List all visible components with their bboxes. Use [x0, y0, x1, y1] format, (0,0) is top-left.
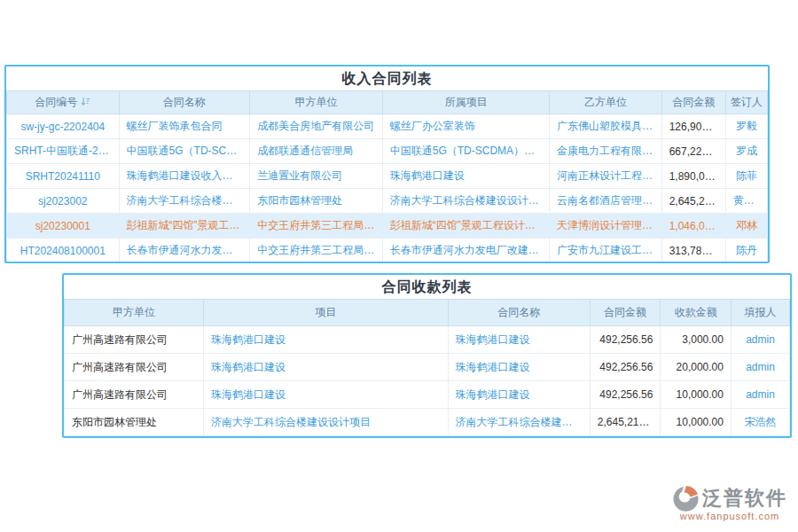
income-cell-col7[interactable]: 罗成	[725, 139, 767, 164]
income-cell-col5[interactable]: 河南正林设计工程有限...	[550, 164, 662, 189]
income-cell-col4[interactable]: 螺丝厂办公室装饰	[382, 114, 549, 139]
income-cell-col3[interactable]: 兰迪置业有限公司	[250, 164, 383, 189]
income-column-header-5: 乙方单位	[550, 91, 662, 114]
column-label: 甲方单位	[294, 96, 337, 108]
payment-cell-col3[interactable]: 珠海鹤港口建设	[448, 326, 590, 354]
income-cell-col1[interactable]: sj20230001	[7, 214, 120, 239]
income-contract-table: 合同编号合同名称甲方单位所属项目乙方单位合同金额签订人 sw-jy-gc-220…	[6, 90, 768, 263]
column-label: 合同名称	[497, 306, 540, 318]
income-cell-col3[interactable]: 中交王府井第三工程局有限...	[250, 239, 383, 263]
income-cell-col7[interactable]: 陈丹	[725, 239, 767, 263]
contract-payment-table: 甲方单位项目合同名称合同金额收款金额填报人 广州高速路有限公司珠海鹤港口建设珠海…	[64, 299, 790, 436]
payment-cell-col5: 10,000.00	[661, 381, 732, 409]
income-cell-col3[interactable]: 成都联通通信管理局	[250, 139, 383, 164]
column-label: 项目	[315, 306, 336, 318]
payment-column-header-1: 甲方单位	[65, 300, 204, 326]
fanpu-logo-icon	[672, 484, 700, 512]
payment-cell-col2[interactable]: 珠海鹤港口建设	[204, 326, 448, 354]
income-column-header-2: 合同名称	[119, 91, 250, 114]
payment-table-row[interactable]: 广州高速路有限公司珠海鹤港口建设珠海鹤港口建设492,256.563,000.0…	[65, 326, 790, 354]
brand-name: 泛普软件	[702, 485, 787, 512]
payment-table-row[interactable]: 广州高速路有限公司珠海鹤港口建设珠海鹤港口建设492,256.5620,000.…	[65, 354, 790, 381]
income-cell-col7[interactable]: 罗毅	[725, 114, 767, 139]
payment-cell-col5: 10,000.00	[661, 409, 732, 436]
payment-cell-col5: 20,000.00	[661, 354, 732, 381]
payment-cell-col2[interactable]: 珠海鹤港口建设	[204, 381, 448, 409]
payment-column-header-5: 收款金额	[661, 300, 732, 326]
contract-payment-table-header-row: 甲方单位项目合同名称合同金额收款金额填报人	[65, 300, 790, 326]
income-cell-col6: 667,220.94	[661, 139, 725, 164]
payment-cell-col4: 492,256.56	[590, 381, 661, 409]
column-label: 所属项目	[444, 96, 487, 108]
income-cell-col5[interactable]: 天津博润设计管理有限...	[550, 214, 662, 239]
payment-cell-col6[interactable]: admin	[731, 354, 789, 381]
income-table-row[interactable]: HT202408100001长春市伊通河水力发电厂改...中交王府井第三工程局有…	[7, 239, 768, 263]
income-table-row[interactable]: SRHT-中国联通-2024...中国联通5G（TD-SCDMA）...成都联通…	[7, 139, 768, 164]
income-table-row[interactable]: sw-jy-gc-2202404螺丝厂装饰承包合同成都美合房地产有限公司螺丝厂办…	[7, 114, 768, 139]
payment-cell-col3[interactable]: 珠海鹤港口建设	[448, 381, 590, 409]
income-cell-col2[interactable]: 珠海鹤港口建设收入合同2	[119, 164, 250, 189]
payment-table-row[interactable]: 广州高速路有限公司珠海鹤港口建设珠海鹤港口建设492,256.5610,000.…	[65, 381, 790, 409]
income-cell-col6: 126,900.83	[661, 114, 725, 139]
payment-column-header-6: 填报人	[731, 300, 789, 326]
payment-cell-col2[interactable]: 珠海鹤港口建设	[204, 354, 448, 381]
payment-cell-col4: 492,256.56	[590, 326, 661, 354]
income-cell-col2[interactable]: 彭祖新城“四馆”景观工程设计...	[119, 214, 250, 239]
income-cell-col1[interactable]: sj2023002	[7, 189, 120, 214]
payment-cell-col6[interactable]: 宋浩然	[731, 409, 789, 436]
column-label: 合同名称	[163, 96, 206, 108]
income-cell-col6: 1,890,000...	[661, 164, 725, 189]
income-table-row[interactable]: sj2023002济南大学工科综合楼建设设...东阳市园林管理处济南大学工科综合…	[7, 189, 768, 214]
payment-cell-col1: 广州高速路有限公司	[65, 326, 204, 354]
payment-column-header-4: 合同金额	[590, 300, 661, 326]
payment-cell-col4: 492,256.56	[590, 354, 661, 381]
income-cell-col1[interactable]: sw-jy-gc-2202404	[7, 114, 120, 139]
income-cell-col4[interactable]: 珠海鹤港口建设	[382, 164, 549, 189]
contract-payment-list-title: 合同收款列表	[64, 275, 790, 299]
income-column-header-1[interactable]: 合同编号	[7, 91, 120, 114]
income-table-row[interactable]: SRHT20241110珠海鹤港口建设收入合同2兰迪置业有限公司珠海鹤港口建设河…	[7, 164, 768, 189]
payment-cell-col3[interactable]: 珠海鹤港口建设	[448, 354, 590, 381]
income-cell-col5[interactable]: 广安市九江建设工程公司	[550, 239, 662, 263]
income-cell-col4[interactable]: 济南大学工科综合楼建设设计项目	[382, 189, 549, 214]
payment-cell-col4: 2,645,210.00	[590, 409, 661, 436]
income-cell-col2[interactable]: 螺丝厂装饰承包合同	[119, 114, 250, 139]
brand-website: www.fanpusoft.com	[672, 511, 787, 521]
income-cell-col3[interactable]: 东阳市园林管理处	[250, 189, 383, 214]
income-cell-col7[interactable]: 黄思璐	[725, 189, 767, 214]
income-cell-col5[interactable]: 金康电力工程有限公司	[550, 139, 662, 164]
payment-column-header-3: 合同名称	[448, 300, 590, 326]
income-cell-col5[interactable]: 云南名都酒店管理有限...	[550, 189, 662, 214]
income-cell-col7[interactable]: 邓林	[725, 214, 767, 239]
income-table-row[interactable]: sj20230001彭祖新城“四馆”景观工程设计...中交王府井第三工程局有限.…	[7, 214, 768, 239]
income-cell-col6: 2,645,210...	[661, 189, 725, 214]
payment-cell-col6[interactable]: admin	[731, 381, 789, 409]
payment-cell-col5: 3,000.00	[661, 326, 732, 354]
income-cell-col2[interactable]: 中国联通5G（TD-SCDMA）...	[119, 139, 250, 164]
income-cell-col3[interactable]: 中交王府井第三工程局有限...	[250, 214, 383, 239]
income-cell-col4[interactable]: 长春市伊通河水力发电厂改建工程	[382, 239, 549, 263]
column-label: 收款金额	[675, 306, 717, 318]
column-label: 甲方单位	[113, 306, 155, 318]
payment-cell-col6[interactable]: admin	[731, 326, 789, 354]
income-cell-col3[interactable]: 成都美合房地产有限公司	[250, 114, 383, 139]
column-label: 合同编号	[35, 96, 77, 108]
income-cell-col4[interactable]: 彭祖新城“四馆”景观工程设计项目	[382, 214, 549, 239]
income-cell-col5[interactable]: 广东佛山塑胶模具有限...	[550, 114, 662, 139]
payment-cell-col3[interactable]: 济南大学工科综合楼建设设计项目收...	[448, 409, 590, 436]
income-cell-col1[interactable]: HT202408100001	[7, 239, 120, 263]
column-label: 合同金额	[672, 96, 715, 108]
payment-cell-col1: 广州高速路有限公司	[65, 381, 204, 409]
income-cell-col2[interactable]: 济南大学工科综合楼建设设...	[119, 189, 250, 214]
income-cell-col7[interactable]: 陈菲	[725, 164, 767, 189]
income-column-header-3: 甲方单位	[250, 91, 383, 114]
income-contract-list-panel: 收入合同列表 合同编号合同名称甲方单位所属项目乙方单位合同金额签订人 sw-jy…	[4, 65, 770, 263]
income-cell-col1[interactable]: SRHT20241110	[7, 164, 120, 189]
payment-cell-col1: 东阳市园林管理处	[65, 409, 204, 436]
income-column-header-7: 签订人	[725, 91, 767, 114]
payment-cell-col2[interactable]: 济南大学工科综合楼建设设计项目	[204, 409, 448, 436]
income-cell-col1[interactable]: SRHT-中国联通-2024...	[7, 139, 120, 164]
payment-table-row[interactable]: 东阳市园林管理处济南大学工科综合楼建设设计项目济南大学工科综合楼建设设计项目收.…	[65, 409, 790, 436]
income-cell-col2[interactable]: 长春市伊通河水力发电厂改...	[119, 239, 250, 263]
income-cell-col4[interactable]: 中国联通5G（TD-SCDMA）网络三...	[382, 139, 549, 164]
